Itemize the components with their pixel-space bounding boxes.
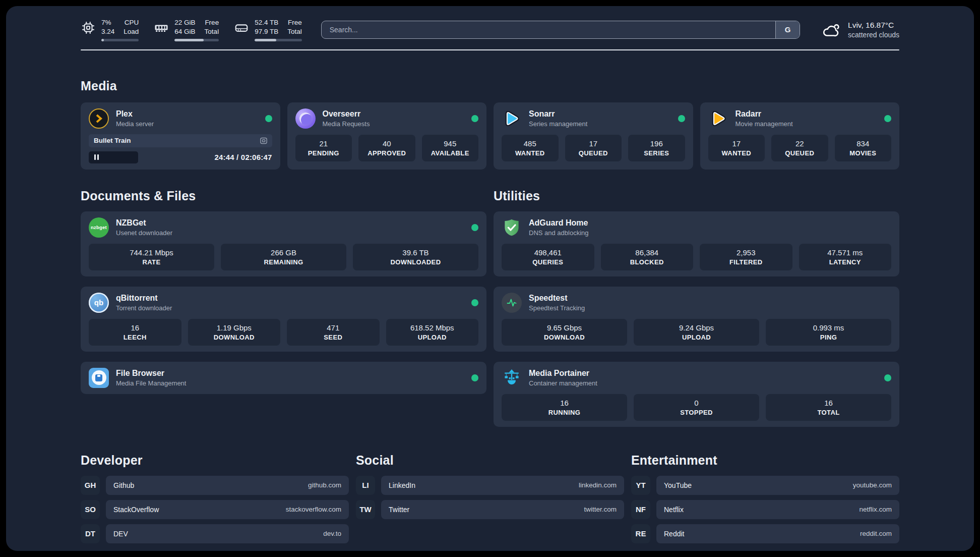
ram-icon bbox=[154, 20, 169, 35]
cpu-progress-bar bbox=[101, 39, 139, 41]
cloud-icon bbox=[821, 21, 841, 39]
overseerr-icon bbox=[295, 108, 316, 129]
bookmark-link-linkedin[interactable]: LinkedInlinkedin.com bbox=[381, 476, 624, 495]
bookmark-link-github[interactable]: Githubgithub.com bbox=[106, 476, 349, 495]
bookmark-badge: DT bbox=[81, 524, 100, 543]
disk-free: 52.4 TB bbox=[255, 18, 278, 27]
status-dot-online bbox=[471, 374, 478, 381]
app-card-nzbget[interactable]: nzbget NZBGet Usenet downloader 744.21 M… bbox=[81, 211, 486, 276]
status-dot-online bbox=[678, 115, 685, 122]
open-media-icon[interactable] bbox=[260, 137, 268, 145]
weather-widget[interactable]: Lviv, 16.87°C scattered clouds bbox=[821, 21, 899, 39]
bookmark-row-github: GH Githubgithub.com bbox=[81, 476, 349, 495]
pause-button[interactable] bbox=[89, 151, 138, 163]
search-input[interactable] bbox=[322, 21, 775, 38]
bookmark-link-stackoverflow[interactable]: StackOverflowstackoverflow.com bbox=[106, 500, 349, 519]
stat-tile: 834MOVIES bbox=[835, 135, 892, 161]
status-dot-online bbox=[884, 115, 891, 122]
bookmark-row-reddit: RE Redditreddit.com bbox=[631, 524, 899, 543]
stat-tile: 39.6 TBDOWNLOADED bbox=[353, 244, 478, 270]
app-card-radarr[interactable]: Radarr Movie management 17WANTED 22QUEUE… bbox=[700, 102, 900, 170]
stat-tile: 47.571 msLATENCY bbox=[799, 244, 892, 270]
stat-tile: 0.993 msPING bbox=[766, 319, 891, 346]
stat-tile: 9.65 GbpsDOWNLOAD bbox=[502, 319, 627, 346]
app-card-overseerr[interactable]: Overseerr Media Requests 21PENDING 40APP… bbox=[287, 102, 487, 170]
playback-time: 24:44 / 02:06:47 bbox=[214, 153, 272, 161]
header-divider bbox=[81, 49, 899, 50]
bookmark-badge: GH bbox=[81, 476, 100, 495]
search-engine-button[interactable]: G bbox=[775, 21, 800, 38]
ram-progress-bar bbox=[174, 39, 219, 41]
ram-stat: 22 GiB64 GiB FreeTotal bbox=[154, 18, 219, 41]
bookmark-badge: YT bbox=[631, 476, 650, 495]
app-card-speedtest[interactable]: Speedtest Speedtest Tracking 9.65 GbpsDO… bbox=[494, 287, 899, 352]
disk-total: 97.9 TB bbox=[255, 27, 278, 36]
bookmark-badge: LI bbox=[356, 476, 375, 495]
qbittorrent-icon: qb bbox=[89, 293, 109, 313]
portainer-icon bbox=[502, 368, 522, 388]
disk-icon bbox=[234, 20, 249, 35]
section-title-social: Social bbox=[356, 453, 624, 468]
bookmark-link-reddit[interactable]: Redditreddit.com bbox=[656, 524, 899, 543]
stat-tile: 22QUEUED bbox=[771, 135, 828, 161]
stat-tile: 1.19 GbpsDOWNLOAD bbox=[188, 319, 281, 346]
app-card-portainer[interactable]: Media Portainer Container management 16R… bbox=[494, 362, 899, 427]
disk-stat: 52.4 TB97.9 TB FreeTotal bbox=[234, 18, 302, 41]
status-dot-online bbox=[265, 115, 272, 122]
bookmark-row-stackoverflow: SO StackOverflowstackoverflow.com bbox=[81, 500, 349, 519]
app-desc: Media server bbox=[116, 120, 154, 128]
bookmark-badge: SO bbox=[81, 500, 100, 519]
bookmark-link-youtube[interactable]: YouTubeyoutube.com bbox=[656, 476, 899, 495]
radarr-icon bbox=[708, 108, 728, 129]
sonarr-icon bbox=[502, 108, 522, 129]
app-name: Plex bbox=[116, 109, 154, 119]
bookmark-badge: RE bbox=[631, 524, 650, 543]
bookmark-link-twitter[interactable]: Twittertwitter.com bbox=[381, 500, 624, 519]
status-dot-online bbox=[884, 374, 891, 381]
filebrowser-icon bbox=[89, 368, 109, 388]
cpu-percent: 7% bbox=[101, 18, 114, 27]
bookmark-link-netflix[interactable]: Netflixnetflix.com bbox=[656, 500, 899, 519]
bookmark-column-developer: Developer GH Githubgithub.com SO StackOv… bbox=[81, 453, 349, 548]
bookmark-column-entertainment: Entertainment YT YouTubeyoutube.com NF N… bbox=[631, 453, 899, 548]
bookmark-column-social: Social LI LinkedInlinkedin.com TW Twitte… bbox=[356, 453, 624, 548]
status-dot-online bbox=[471, 224, 478, 231]
stat-tile: 485WANTED bbox=[502, 135, 559, 161]
weather-condition: scattered clouds bbox=[848, 31, 899, 39]
bookmark-badge: NF bbox=[631, 500, 650, 519]
app-card-qbittorrent[interactable]: qb qBittorrent Torrent downloader 16LEEC… bbox=[81, 287, 486, 352]
bookmark-badge: TW bbox=[356, 500, 375, 519]
stat-tile: 0STOPPED bbox=[634, 394, 759, 421]
app-card-sonarr[interactable]: Sonarr Series management 485WANTED 17QUE… bbox=[494, 102, 693, 170]
search-bar: G bbox=[321, 21, 800, 39]
status-dot-online bbox=[471, 115, 478, 122]
app-card-adguard[interactable]: AdGuard Home DNS and adblocking 498,461Q… bbox=[494, 211, 899, 276]
bookmark-row-netflix: NF Netflixnetflix.com bbox=[631, 500, 899, 519]
bookmark-row-dev: DT DEVdev.to bbox=[81, 524, 349, 543]
section-title-documents: Documents & Files bbox=[81, 189, 486, 203]
cpu-stat: 7%3.24 CPULoad bbox=[81, 18, 139, 41]
bookmark-row-linkedin: LI LinkedInlinkedin.com bbox=[356, 476, 624, 495]
stat-tile: 86,384BLOCKED bbox=[601, 244, 694, 270]
stat-tile: 17WANTED bbox=[708, 135, 765, 161]
section-title-entertainment: Entertainment bbox=[631, 453, 899, 468]
bookmark-link-dev[interactable]: DEVdev.to bbox=[106, 524, 349, 543]
stat-tile: 40APPROVED bbox=[358, 135, 415, 161]
section-title-utilities: Utilities bbox=[494, 189, 899, 203]
ram-free: 22 GiB bbox=[174, 18, 195, 27]
stat-tile: 17QUEUED bbox=[565, 135, 622, 161]
now-playing-title: Bullet Train bbox=[94, 137, 131, 144]
disk-progress-bar bbox=[255, 39, 302, 41]
cpu-icon bbox=[81, 20, 96, 35]
top-bar: 7%3.24 CPULoad 22 GiB64 GiB bbox=[81, 18, 899, 41]
status-dot-online bbox=[471, 299, 478, 306]
adguard-icon bbox=[502, 217, 522, 238]
app-card-filebrowser[interactable]: File Browser Media File Management bbox=[81, 362, 486, 394]
speedtest-icon bbox=[502, 293, 522, 313]
stat-tile: 16LEECH bbox=[89, 319, 181, 346]
stat-tile: 2,953FILTERED bbox=[700, 244, 792, 270]
bookmark-row-twitter: TW Twittertwitter.com bbox=[356, 500, 624, 519]
stat-tile: 266 GBREMAINING bbox=[221, 244, 346, 270]
app-card-plex[interactable]: Plex Media server Bullet Train 24:44 / 0… bbox=[81, 102, 280, 170]
stat-tile: 471SEED bbox=[287, 319, 380, 346]
